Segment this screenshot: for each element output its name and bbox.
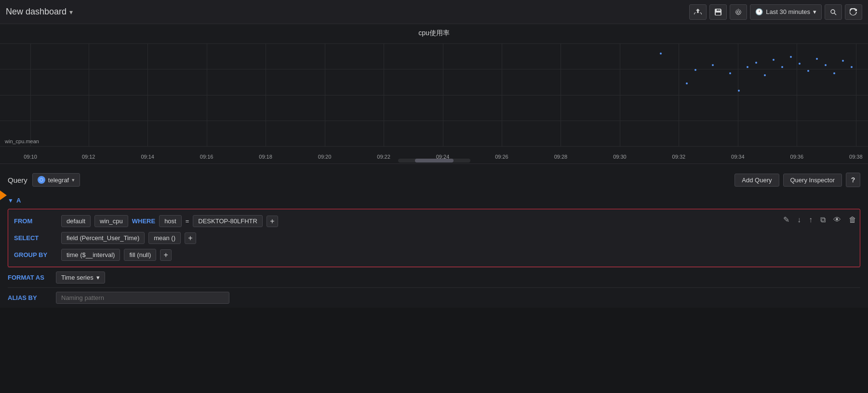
data-dot [747,66,748,68]
x-label-15: 09:38 [849,154,863,160]
delete-icon[interactable]: 🗑 [847,214,858,226]
topbar: New dashboard ▾ 🕐 Last 30 minutes ▾ [0,0,868,24]
time-range-label: Last 30 minutes [766,8,810,15]
share-button[interactable] [689,4,707,20]
dashboard-chevron-icon[interactable]: ▾ [69,8,73,16]
add-query-button[interactable]: Add Query [734,174,779,187]
x-label-4: 09:16 [200,154,214,160]
help-button[interactable]: ? [846,173,860,187]
svg-point-0 [831,10,835,14]
query-section: Query ⬡ telegraf ▾ Add Query Query Inspe… [0,164,868,308]
where-add-button[interactable]: + [267,216,278,227]
data-dot [660,53,662,54]
x-label-10: 09:28 [554,154,568,160]
grid-v-7 [384,43,384,146]
query-header: Query ⬡ telegraf ▾ Add Query Query Inspe… [0,169,868,191]
from-row: FROM default win_cpu WHERE host = DESKTO… [14,215,854,227]
time-range-button[interactable]: 🕐 Last 30 minutes ▾ [750,4,822,20]
grid-v-15 [856,43,856,146]
data-dot [790,56,792,58]
move-up-icon[interactable]: ↑ [807,214,815,226]
chart-scrollbar[interactable] [398,159,470,163]
topbar-right: 🕐 Last 30 minutes ▾ [689,4,862,20]
save-button[interactable] [709,4,727,20]
data-dot [799,63,801,65]
x-label-14: 09:36 [790,154,804,160]
data-dot [755,62,757,64]
grid-v-2 [89,43,89,146]
x-label-11: 09:30 [613,154,627,160]
format-as-select[interactable]: Time series ▾ [56,271,105,284]
chart-legend: win_cpu.mean [5,138,39,144]
format-as-label: FORMAT AS [8,274,51,281]
datasource-name: telegraf [48,176,69,184]
data-dot [686,82,688,84]
edit-icon[interactable]: ✎ [781,213,791,226]
grid-v-4 [207,43,207,146]
x-label-12: 09:32 [672,154,686,160]
clock-icon: 🕐 [755,8,763,15]
grid-v-14 [797,43,797,146]
data-dot [833,72,835,74]
group-by-row: GROUP BY time ($__interval) fill (null) … [14,249,854,261]
query-actions: ✎ ↓ ↑ ⧉ 👁 🗑 [781,213,858,226]
data-dot [781,66,783,68]
refresh-button[interactable] [845,4,862,20]
query-left: Query ⬡ telegraf ▾ [8,173,80,187]
query-right: Add Query Query Inspector ? [734,173,860,187]
alias-row: ALIAS BY [8,287,860,308]
grid-v-5 [266,43,266,146]
data-dot [825,64,827,66]
from-default-btn[interactable]: default [61,215,91,227]
data-dot [842,60,844,62]
format-row: FORMAT AS Time series ▾ [8,267,860,287]
svg-line-1 [834,13,836,15]
settings-button[interactable] [730,4,747,20]
x-label-13: 09:34 [731,154,745,160]
where-tag-value-btn[interactable]: DESKTOP-80LFHTR [193,215,263,227]
move-down-icon[interactable]: ↓ [795,214,803,226]
collapse-icon: ▼ [8,197,13,204]
query-section-label: A [16,197,21,204]
chart-scrollbar-thumb[interactable] [415,159,454,163]
x-label-9: 09:26 [495,154,508,160]
where-tag-key-btn[interactable]: host [159,215,182,227]
x-label-1: 09:10 [24,154,37,160]
data-dot [738,90,740,92]
query-block: FROM default win_cpu WHERE host = DESKTO… [8,209,860,267]
search-button[interactable] [825,4,842,20]
x-label-6: 09:20 [318,154,332,160]
x-label-7: 09:22 [377,154,390,160]
alias-by-label: ALIAS BY [8,294,51,301]
query-inspector-button[interactable]: Query Inspector [783,174,842,187]
from-measurement-btn[interactable]: win_cpu [94,215,128,227]
select-field-btn[interactable]: field (Percent_User_Time) [61,232,145,244]
select-add-button[interactable]: + [185,232,196,244]
data-dot [729,72,731,74]
group-by-fill-btn[interactable]: fill (null) [124,249,156,261]
data-dot [773,59,775,61]
legend-label: win_cpu.mean [5,138,39,144]
select-func-btn[interactable]: mean () [148,232,181,244]
collapse-toggle[interactable]: ▼ A [8,194,860,207]
chart-title: cpu使用率 [0,24,868,40]
format-as-value: Time series [61,274,93,281]
data-dot [851,66,853,68]
alias-by-input[interactable] [56,292,229,304]
toggle-visibility-icon[interactable]: 👁 [831,214,843,226]
copy-icon[interactable]: ⧉ [818,214,828,226]
grid-v-10 [561,43,561,146]
group-by-add-button[interactable]: + [160,249,172,261]
grid-v-6 [325,43,325,146]
group-by-time-btn[interactable]: time ($__interval) [61,249,120,261]
group-by-label: GROUP BY [14,251,57,258]
dashboard-title: New dashboard [6,7,67,17]
datasource-chevron-icon: ▾ [72,177,75,183]
grid-v-9 [502,43,502,146]
datasource-select[interactable]: ⬡ telegraf ▾ [32,173,80,187]
x-label-2: 09:12 [82,154,95,160]
chart-area: cpu使用率 [0,24,868,164]
from-label: FROM [14,217,57,225]
query-outer-rows: FORMAT AS Time series ▾ ALIAS BY [0,267,868,308]
grid-v-13 [738,43,738,146]
